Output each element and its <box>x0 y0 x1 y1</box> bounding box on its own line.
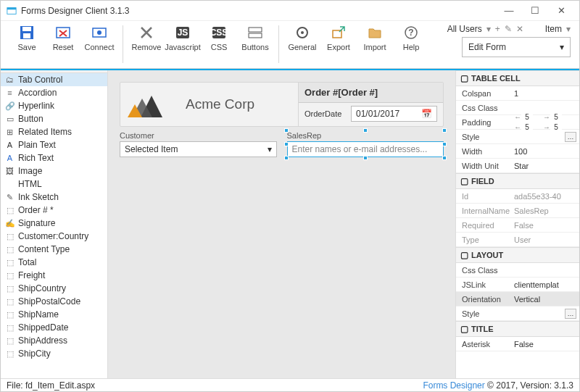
save-icon <box>18 24 36 41</box>
maximize-button[interactable]: ☐ <box>523 3 547 19</box>
toolbox-item[interactable]: 🖼Image <box>1 164 107 178</box>
toolbox-item[interactable]: ⬚Order # * <box>1 204 107 217</box>
prop-row[interactable]: Css Class <box>456 263 579 278</box>
reset-button[interactable]: Reset <box>47 24 79 51</box>
style-edit-button[interactable]: … <box>565 309 576 319</box>
company-logo <box>128 88 178 120</box>
remove-button[interactable]: Remove <box>130 24 162 51</box>
customer-combo[interactable]: Selected Item ▾ <box>120 141 277 157</box>
prop-row[interactable]: AsteriskFalse <box>456 337 579 351</box>
prop-group-header[interactable]: ▢LAYOUT <box>456 247 579 263</box>
app-icon <box>7 6 17 16</box>
footer-copyright: © 2017, Version: 3.1.3 <box>487 380 573 391</box>
prop-row[interactable]: Padding←→←→ <box>456 115 579 130</box>
prop-group-header[interactable]: ▢FIELD <box>456 173 579 189</box>
toolbox-item[interactable]: ⬚Content Type <box>1 243 107 256</box>
collapse-icon: ▢ <box>460 324 468 334</box>
toolbox-item[interactable]: ≡Accordion <box>1 86 107 99</box>
toolbox-item[interactable]: ⬚ShipCountry <box>1 282 107 295</box>
tab-icon: 🗂 <box>5 75 14 85</box>
help-icon: ? <box>402 24 420 41</box>
prop-row[interactable]: Style… <box>456 306 579 321</box>
toolbox-item[interactable]: ⬚ShipName <box>1 308 107 321</box>
save-button[interactable]: Save <box>11 24 43 51</box>
svg-rect-4 <box>23 33 30 38</box>
prop-row[interactable]: RequiredFalse <box>456 218 579 233</box>
general-button[interactable]: General <box>286 24 318 51</box>
toolbox-item[interactable]: ✍Signature <box>1 217 107 230</box>
item-label: Item <box>545 24 562 34</box>
toolbox-item[interactable]: ⬚Freight <box>1 269 107 282</box>
sig-icon: ✍ <box>5 219 14 228</box>
toolbox-item[interactable]: ▭Button <box>1 112 107 125</box>
toolbox-item[interactable]: ⬚ShipCity <box>1 347 107 360</box>
toolbox-item[interactable]: ARich Text <box>1 151 107 164</box>
toolbox-item[interactable]: 🗂Tab Control <box>1 73 107 86</box>
prop-row[interactable]: OrientationVertical <box>456 292 579 306</box>
add-icon[interactable]: + <box>495 24 500 34</box>
fld-icon: ⬚ <box>5 206 14 215</box>
order-header: Order #[Order #] <box>299 83 443 103</box>
toolbox-item[interactable]: ⬚Total <box>1 256 107 269</box>
customer-label: Customer <box>120 131 277 140</box>
close-button[interactable]: ✕ <box>549 3 573 19</box>
form-card: Acme Corp Order #[Order #] OrderDate 01/… <box>120 82 444 127</box>
edit-icon[interactable]: ✎ <box>505 24 512 34</box>
svg-text:JS: JS <box>178 28 188 38</box>
prop-row[interactable]: Colspan1 <box>456 86 579 101</box>
toolbox-item[interactable]: ✎Ink Sketch <box>1 191 107 204</box>
delete-icon[interactable]: ✕ <box>516 24 523 34</box>
toolbox-item[interactable]: ⬚Customer:Country <box>1 230 107 243</box>
prop-row[interactable]: JSLinkclienttemplat <box>456 278 579 292</box>
prop-row[interactable]: TypeUser <box>456 233 579 247</box>
chevron-down-icon: ▾ <box>560 42 564 52</box>
company-name: Acme Corp <box>186 96 254 112</box>
toolbox-item[interactable]: ⊞Related Items <box>1 125 107 138</box>
status-bar: File: fd_Item_Edit.aspx Forms Designer ©… <box>1 378 579 391</box>
general-icon <box>294 24 311 41</box>
title-bar: Forms Designer Client 3.1.3 — ☐ ✕ <box>1 1 579 21</box>
fld-icon: ⬚ <box>5 258 14 267</box>
dropdown-icon[interactable]: ▾ <box>486 24 491 34</box>
prop-group-header[interactable]: ▢TABLE CELL <box>456 70 579 86</box>
calendar-icon[interactable]: 📅 <box>421 109 432 119</box>
buttons-button[interactable]: Buttons <box>239 24 271 51</box>
toolbox-item[interactable]: APlain Text <box>1 138 107 151</box>
prop-row[interactable]: Idada55e33-40 <box>456 189 579 204</box>
toolbox-item[interactable]: ⬚ShipPostalCode <box>1 295 107 308</box>
customer-value: Selected Item <box>125 144 178 154</box>
prop-row[interactable]: InternalNameSalesRep <box>456 204 579 218</box>
html-icon <box>5 180 14 189</box>
connect-button[interactable]: Connect <box>83 24 115 51</box>
style-edit-button[interactable]: … <box>565 132 576 142</box>
toolbox-item[interactable]: 🔗Hyperlink <box>1 99 107 112</box>
svg-rect-3 <box>22 27 31 31</box>
prop-row[interactable]: Width UnitStar <box>456 159 579 173</box>
salesrep-field-selected[interactable]: SalesRep Enter names or e-mail addresses… <box>287 131 444 157</box>
orderdate-input[interactable]: 01/01/2017 📅 <box>351 106 437 122</box>
help-button[interactable]: ?Help <box>395 24 427 51</box>
btn-icon: ▭ <box>5 114 14 124</box>
toolbox-item[interactable]: ⬚ShippedDate <box>1 321 107 334</box>
item-dropdown-icon[interactable]: ▾ <box>566 24 571 34</box>
prop-group-header[interactable]: ▢TITLE <box>456 321 579 337</box>
link-icon: 🔗 <box>5 101 14 111</box>
minimize-button[interactable]: — <box>497 3 521 19</box>
toolbox-item[interactable]: ⬚ShipAddress <box>1 334 107 347</box>
prop-row[interactable]: Style… <box>456 130 579 144</box>
design-canvas[interactable]: Acme Corp Order #[Order #] OrderDate 01/… <box>108 70 456 378</box>
export-icon <box>330 24 347 41</box>
javascript-button[interactable]: JSJavascript <box>167 24 199 51</box>
import-button[interactable]: Import <box>359 24 391 51</box>
toolbox-item[interactable]: HTML <box>1 178 107 191</box>
export-button[interactable]: Export <box>323 24 355 51</box>
fld-icon: ⬚ <box>5 232 14 241</box>
css-button[interactable]: CSSCSS <box>203 24 235 51</box>
connect-icon <box>91 24 108 41</box>
prop-row[interactable]: Width100 <box>456 144 579 159</box>
fld-icon: ⬚ <box>5 284 14 293</box>
form-type-select[interactable]: Edit Form ▾ <box>462 37 571 57</box>
txt-icon: A <box>5 141 14 150</box>
footer-link[interactable]: Forms Designer <box>423 380 484 391</box>
salesrep-input[interactable]: Enter names or e-mail addresses... <box>287 141 444 157</box>
